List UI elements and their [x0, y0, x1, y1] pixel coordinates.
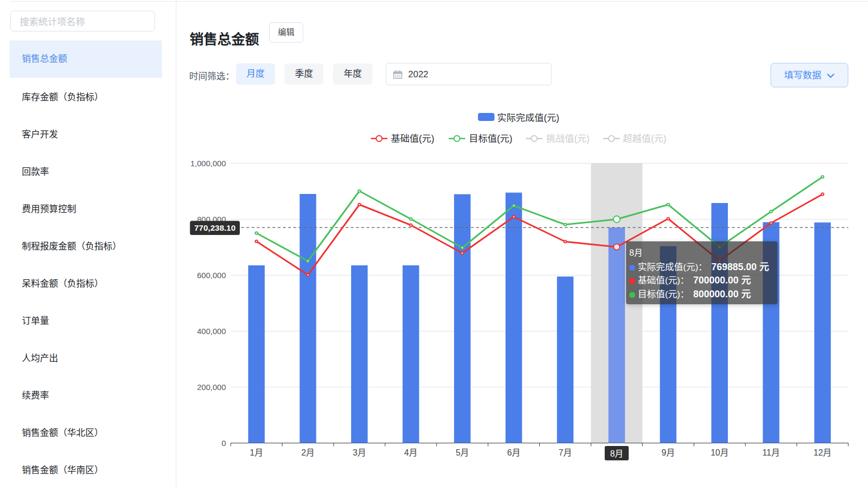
svg-text:1,000,000: 1,000,000: [190, 159, 226, 168]
svg-text:10月: 10月: [711, 448, 729, 457]
svg-text:挑战值(元): 挑战值(元): [546, 133, 590, 144]
svg-text:8月: 8月: [610, 449, 623, 458]
svg-text:3月: 3月: [353, 448, 366, 457]
svg-text:基础值(元): 基础值(元): [391, 133, 435, 144]
svg-text:7月: 7月: [558, 448, 572, 457]
svg-text:0: 0: [222, 439, 226, 448]
svg-text:4月: 4月: [404, 448, 418, 457]
svg-text:超越值(元): 超越值(元): [623, 133, 667, 144]
svg-text:200,000: 200,000: [197, 383, 226, 392]
svg-text:770,238.10: 770,238.10: [194, 223, 236, 232]
svg-text:600,000: 600,000: [197, 271, 226, 280]
svg-text:目标值(元): 目标值(元): [469, 133, 513, 144]
svg-text:12月: 12月: [814, 448, 832, 457]
svg-text:1月: 1月: [250, 448, 263, 457]
svg-text:11月: 11月: [762, 448, 780, 457]
svg-text:2月: 2月: [301, 448, 314, 457]
svg-text:6月: 6月: [507, 448, 521, 457]
svg-text:5月: 5月: [456, 448, 469, 457]
svg-text:9月: 9月: [662, 448, 675, 457]
svg-text:400,000: 400,000: [197, 327, 226, 336]
